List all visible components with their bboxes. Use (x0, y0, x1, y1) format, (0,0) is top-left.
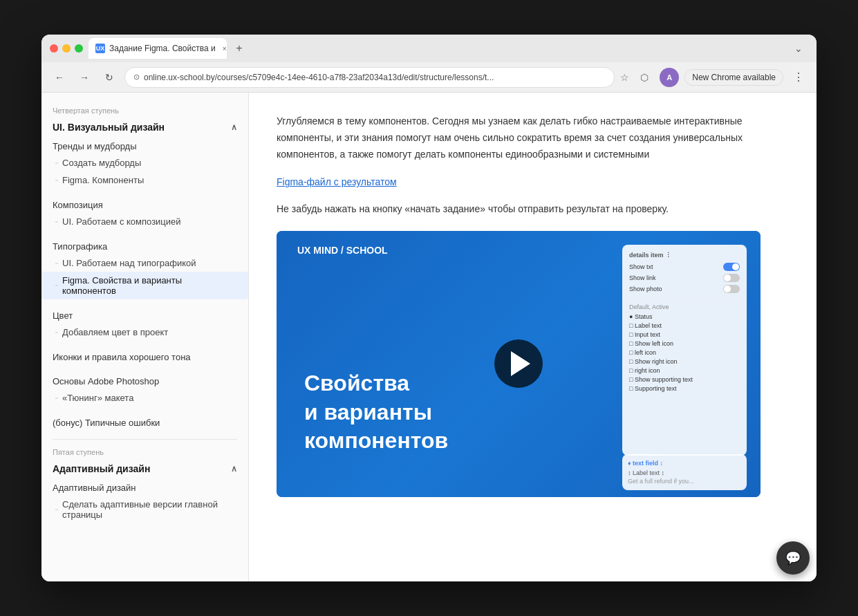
traffic-lights (50, 44, 83, 53)
play-button[interactable] (494, 339, 543, 388)
sidebar: Четвертая ступень UI. Визуальный дизайн … (41, 93, 249, 581)
sidebar-group-title-trends[interactable]: Тренды и мудборды (41, 138, 248, 154)
url-text: online.ux-school.by/courses/c5709e4c-14e… (144, 73, 606, 82)
chat-button[interactable]: 💬 (776, 541, 810, 575)
sidebar-item-tuning[interactable]: «Тюнинг» макета (41, 389, 248, 407)
main-content: Углубляемся в тему компонентов. Сегодня … (249, 93, 817, 581)
sidebar-group-title-color[interactable]: Цвет (41, 308, 248, 324)
sidebar-chevron-ui: ∧ (231, 122, 237, 132)
sidebar-group-bonus: (бонус) Типичные ошибки (41, 415, 248, 431)
sidebar-group-typography: Типографика UI. Работаем над типографико… (41, 239, 248, 299)
tab-close-button[interactable]: × (220, 44, 227, 53)
video-bottom-panel: ♦ text field ↕ ↕ Label text ↕ Get a full… (622, 454, 747, 490)
chrome-update-label: New Chrome available (692, 73, 776, 82)
more-options-button[interactable]: ⋮ (789, 68, 808, 87)
sidebar-chevron-adaptive: ∧ (231, 464, 237, 474)
chat-bubble[interactable]: 💬 (776, 541, 810, 575)
sidebar-group-title-photoshop[interactable]: Основы Adobe Photoshop (41, 373, 248, 389)
video-title-line2: и варианты (304, 398, 448, 427)
title-bar: UX Задание Figma. Свойства и × + ⌄ (41, 35, 817, 62)
browser-window: UX Задание Figma. Свойства и × + ⌄ ← → ↻… (41, 35, 817, 581)
back-button[interactable]: ← (50, 68, 69, 87)
video-title-line3: компонентов (304, 427, 448, 456)
panel-item-show-photo: Show photo (629, 285, 740, 293)
minimize-button[interactable] (62, 44, 71, 53)
panel-properties: Default, Active ● Status □ Label text □ … (629, 299, 740, 392)
sidebar-group-color: Цвет Добавляем цвет в проект (41, 308, 248, 341)
video-bg: UX MIND / SCHOOL Свойства и варианты ком… (277, 231, 761, 497)
toggle-show-photo (723, 285, 740, 293)
video-right-panel: details item ⋮ Show txt Show link Show p… (622, 245, 747, 456)
sidebar-group-photoshop: Основы Adobe Photoshop «Тюнинг» макета (41, 373, 248, 407)
sidebar-item-moodboards[interactable]: Создать мудборды (41, 154, 248, 171)
sidebar-group-adaptive: Адаптивный дизайн Сделать адаптивные вер… (41, 480, 248, 523)
sidebar-item-color[interactable]: Добавляем цвет в проект (41, 324, 248, 341)
sidebar-section-title-ui[interactable]: UI. Визуальный дизайн ∧ (41, 119, 248, 136)
sidebar-item-ui-composition[interactable]: UI. Работаем с композицией (41, 213, 248, 230)
maximize-button[interactable] (75, 44, 83, 53)
sidebar-level-label-4: Четвертая ступень (53, 106, 237, 115)
chrome-update-button[interactable]: New Chrome available (684, 69, 783, 86)
sidebar-section-ui-visual: Четвертая ступень UI. Визуальный дизайн … (41, 104, 248, 431)
active-tab[interactable]: UX Задание Figma. Свойства и × (88, 38, 227, 59)
sidebar-item-figma-properties[interactable]: Figma. Свойства и варианты компонентов (41, 272, 248, 299)
lesson-intro-text: Углубляемся в тему компонентов. Сегодня … (277, 113, 774, 162)
panel-item-show-text: Show txt (629, 263, 740, 271)
play-icon (511, 351, 530, 376)
extensions-button[interactable]: ⬡ (635, 68, 654, 87)
sidebar-item-figma-components[interactable]: Figma. Компоненты (41, 171, 248, 189)
lesson-content: Углубляемся в тему компонентов. Сегодня … (249, 93, 802, 518)
sidebar-divider (53, 439, 237, 440)
sidebar-group-title-composition[interactable]: Композиция (41, 197, 248, 213)
chat-icon: 💬 (785, 550, 801, 566)
sidebar-level-label-5: Пятая ступень (53, 448, 237, 456)
sidebar-group-title-icons[interactable]: Иконки и правила хорошего тона (41, 349, 248, 365)
video-title-line1: Свойства (304, 369, 448, 398)
video-title: Свойства и варианты компонентов (304, 369, 448, 456)
security-icon: ⊙ (133, 73, 140, 82)
reload-button[interactable]: ↻ (100, 68, 119, 87)
sidebar-group-title-typography[interactable]: Типографика (41, 239, 248, 254)
new-tab-button[interactable]: + (230, 39, 249, 58)
sidebar-section-adaptive: Пятая ступень Адаптивный дизайн ∧ Адапти… (41, 445, 248, 523)
video-logo: UX MIND / SCHOOL (297, 245, 388, 256)
sidebar-group-title-bonus[interactable]: (бонус) Типичные ошибки (41, 415, 248, 431)
sidebar-group-trends: Тренды и мудборды Создать мудборды Figma… (41, 138, 248, 189)
video-container[interactable]: UX MIND / SCHOOL Свойства и варианты ком… (277, 231, 761, 497)
url-bar[interactable]: ⊙ online.ux-school.by/courses/c5709e4c-1… (124, 67, 615, 88)
lesson-note: Не забудь нажать на кнопку «начать задан… (277, 201, 774, 216)
sidebar-section-title-adaptive[interactable]: Адаптивный дизайн ∧ (41, 460, 248, 477)
profile-button[interactable]: А (660, 68, 679, 87)
sidebar-group-composition: Композиция UI. Работаем с композицией (41, 197, 248, 230)
tab-bar: UX Задание Figma. Свойства и × + ⌄ (88, 38, 808, 59)
toggle-show-link (723, 274, 740, 282)
sidebar-item-adaptive-versions[interactable]: Сделать адаптивные версии главной страни… (41, 496, 248, 523)
content-area: Четвертая ступень UI. Визуальный дизайн … (41, 93, 817, 581)
toggle-show-text (723, 263, 740, 271)
sidebar-item-ui-typography[interactable]: UI. Работаем над типографикой (41, 254, 248, 272)
sidebar-level-5: Пятая ступень (41, 445, 248, 460)
bookmark-button[interactable]: ☆ (620, 72, 629, 83)
tab-menu-button[interactable]: ⌄ (789, 39, 808, 58)
sidebar-group-icons: Иконки и правила хорошего тона (41, 349, 248, 365)
close-button[interactable] (50, 44, 58, 53)
tab-title: Задание Figma. Свойства и (109, 44, 216, 53)
sidebar-level-4: Четвертая ступень (41, 104, 248, 119)
address-bar: ← → ↻ ⊙ online.ux-school.by/courses/c570… (41, 62, 817, 93)
tab-favicon: UX (95, 44, 105, 53)
panel-item-show-link: Show link (629, 274, 740, 282)
forward-button[interactable]: → (75, 68, 94, 87)
figma-file-link[interactable]: Figma-файл с результатом (277, 176, 774, 187)
sidebar-group-title-adaptive-design[interactable]: Адаптивный дизайн (41, 480, 248, 496)
